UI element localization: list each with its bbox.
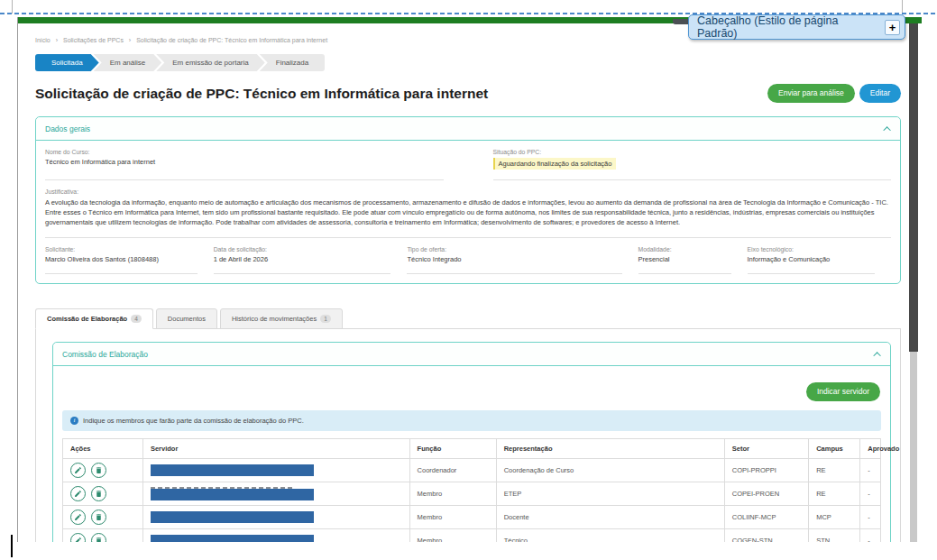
- collapse-chevron-icon[interactable]: [873, 352, 880, 359]
- collapse-chevron-icon[interactable]: [883, 126, 890, 133]
- field-value: Informação e Comunicação: [748, 255, 875, 263]
- tab-bar: Comissão de Elaboração 4 Documentos Hist…: [35, 308, 901, 329]
- cell-funcao: Membro: [409, 506, 496, 529]
- libreoffice-page: Cabeçalho (Estilo de página Padrão) + In…: [0, 0, 937, 560]
- tab-label: Documentos: [168, 315, 206, 323]
- delete-icon[interactable]: [91, 533, 106, 542]
- breadcrumb-home-link[interactable]: Início: [35, 37, 51, 43]
- redacted-servidor-name: [151, 489, 314, 500]
- field-label: Eixo tecnológico:: [748, 246, 875, 252]
- comissao-panel-title: Comissão de Elaboração: [62, 350, 148, 359]
- step-solicitada: Solicitada: [35, 54, 99, 71]
- dados-gerais-title: Dados gerais: [45, 124, 90, 133]
- field-data-solicitacao: Data de solicitação: 1 de Abril de 2026: [214, 246, 391, 274]
- info-icon: i: [70, 417, 78, 425]
- field-label: Tipo de oferta:: [407, 246, 621, 252]
- field-nome-curso: Nome do Curso: Técnico em Informática pa…: [45, 149, 444, 180]
- cell-campus: RE: [809, 459, 860, 482]
- breadcrumb-solicitacoes-link[interactable]: Solicitações de PPCs: [63, 37, 124, 43]
- dados-gerais-header[interactable]: Dados gerais: [36, 117, 900, 141]
- dados-gerais-body: Nome do Curso: Técnico em Informática pa…: [36, 141, 900, 283]
- table-row: Membro Docente COLIINF-MCP MCP -: [63, 506, 881, 529]
- cell-representacao: ETEP: [496, 482, 724, 506]
- cell-funcao: Coordenador: [409, 459, 496, 482]
- field-label: Data de solicitação:: [214, 246, 391, 252]
- edit-button[interactable]: Editar: [859, 84, 901, 103]
- lo-header-indicator[interactable]: Cabeçalho (Estilo de página Padrão) +: [688, 14, 905, 40]
- info-alert: i Indique os membros que farão parte da …: [62, 410, 881, 431]
- status-badge: Aguardando finalização da solicitação: [493, 158, 617, 170]
- redacted-servidor-name: [151, 535, 314, 542]
- scrollbar-track[interactable]: [910, 352, 917, 542]
- cell-setor: COPEI-PROEN: [724, 482, 808, 506]
- tab-documentos[interactable]: Documentos: [156, 308, 217, 329]
- col-acoes: Ações: [63, 439, 143, 459]
- scrollbar-thumb[interactable]: [909, 23, 918, 352]
- cell-setor: COPI-PROPPI: [724, 459, 808, 482]
- step-em-analise: Em análise: [94, 54, 162, 71]
- field-value: Marcio Oliveira dos Santos (1808488): [45, 255, 198, 263]
- delete-icon[interactable]: [91, 463, 106, 478]
- col-setor: Setor: [724, 439, 808, 459]
- delete-icon[interactable]: [91, 510, 106, 525]
- comissao-panel-header[interactable]: Comissão de Elaboração: [53, 343, 890, 366]
- send-for-analysis-button[interactable]: Enviar para análise: [767, 84, 855, 103]
- redacted-servidor-name: [151, 464, 314, 476]
- tab-label: Comissão de Elaboração: [47, 315, 127, 323]
- breadcrumb-separator: ›: [56, 37, 58, 43]
- field-modalidade: Modalidade: Presencial: [638, 246, 731, 274]
- field-label: Situação do PPC:: [493, 149, 892, 155]
- field-label: Justificativa:: [45, 188, 891, 195]
- col-funcao: Função: [409, 439, 496, 459]
- field-value: 1 de Abril de 2026: [214, 255, 391, 263]
- cell-representacao: Técnico: [496, 529, 724, 543]
- col-aprovado: Aprovado: [860, 439, 881, 459]
- tab-content: Comissão de Elaboração Indicar servidor …: [35, 328, 901, 542]
- text-cursor: [11, 535, 13, 557]
- step-em-emissao-portaria: Em emissão de portaria: [156, 54, 264, 71]
- cell-setor: COLIINF-MCP: [724, 506, 808, 529]
- cell-aprovado: -: [860, 506, 881, 529]
- table-header-row: Ações Servidor Função Representação Seto…: [63, 439, 881, 459]
- step-finalizada: Finalizada: [260, 54, 325, 71]
- table-row: Coordenador Coordenação de Curso COPI-PR…: [63, 459, 881, 482]
- tab-historico-movimentacoes[interactable]: Histórico de movimentações 1: [220, 308, 343, 329]
- field-label: Modalidade:: [638, 246, 731, 252]
- field-label: Nome do Curso:: [45, 149, 444, 155]
- comissao-panel-body: Indicar servidor i Indique os membros qu…: [53, 366, 890, 542]
- cell-campus: MCP: [809, 506, 860, 529]
- tab-count-badge: 4: [131, 315, 142, 323]
- delete-icon[interactable]: [91, 486, 106, 501]
- tab-label: Histórico de movimentações: [232, 315, 317, 323]
- edit-icon[interactable]: [70, 533, 86, 542]
- lo-header-indicator-label: Cabeçalho (Estilo de página Padrão): [697, 14, 877, 40]
- field-justificativa: Justificativa: A evolução da tecnologia …: [45, 188, 891, 238]
- comissao-panel: Comissão de Elaboração Indicar servidor …: [52, 342, 891, 542]
- edit-icon[interactable]: [70, 510, 86, 525]
- field-situacao-ppc: Situação do PPC: Aguardando finalização …: [493, 149, 892, 180]
- embedded-screenshot: Início › Solicitações de PPCs › Solicita…: [17, 17, 922, 542]
- text-boundary-guide-left: [12, 0, 13, 14]
- comissao-table: Ações Servidor Função Representação Seto…: [62, 438, 881, 542]
- cell-representacao: Coordenação de Curso: [496, 459, 724, 482]
- cell-campus: STN: [809, 529, 860, 543]
- cell-aprovado: -: [860, 459, 881, 482]
- breadcrumb-current: Solicitação de criação de PPC: Técnico e…: [136, 37, 327, 43]
- field-value: Técnico em Informática para internet: [45, 158, 444, 166]
- edit-icon[interactable]: [70, 463, 86, 478]
- webpage-content: Início › Solicitações de PPCs › Solicita…: [35, 37, 901, 542]
- edit-icon[interactable]: [70, 486, 86, 501]
- text-boundary-guide-right: [902, 0, 903, 14]
- cell-funcao: Membro: [409, 482, 496, 506]
- field-value: Presencial: [638, 255, 731, 263]
- field-solicitante: Solicitante: Marcio Oliveira dos Santos …: [45, 246, 198, 274]
- add-header-icon[interactable]: +: [885, 20, 900, 35]
- title-row: Solicitação de criação de PPC: Técnico e…: [35, 84, 901, 103]
- col-servidor: Servidor: [142, 439, 409, 459]
- cell-funcao: Membro: [409, 529, 496, 543]
- tab-comissao-elaboracao[interactable]: Comissão de Elaboração 4: [35, 308, 153, 329]
- info-alert-text: Indique os membros que farão parte da co…: [83, 417, 304, 425]
- indicar-servidor-button[interactable]: Indicar servidor: [806, 382, 880, 401]
- justificativa-text: A evolução da tecnologia da informação, …: [45, 197, 891, 227]
- page-actions: Enviar para análise Editar: [767, 84, 901, 103]
